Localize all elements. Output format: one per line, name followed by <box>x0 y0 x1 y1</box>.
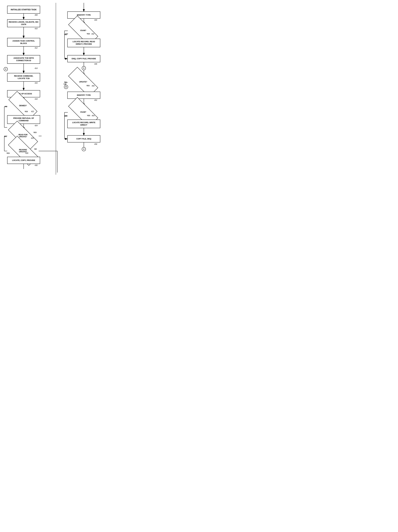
label-422: 422 <box>31 111 34 113</box>
receive-logon-box: RECEIVE LOGON, VALIDATE, INC CNTR <box>7 19 40 27</box>
flowchart-diagram: INITIALIZE STARTED TASK 408 RECEIVE LOGO… <box>3 3 109 269</box>
no-label-read-no-update: NO <box>34 148 37 150</box>
no-label-read-update: NO <box>4 136 7 137</box>
identify-type-box-2: IDENTIFY TYPE <box>67 92 100 99</box>
no-label-denied: NO <box>5 106 7 107</box>
provide-refusal-box: PROVIDE REFUSAL OFCOMMAND <box>7 115 40 124</box>
label-424: 424 <box>35 125 38 127</box>
copy-file-deq-box: COPY FILE, DEQ <box>67 135 100 142</box>
label-452: 452 <box>94 99 97 101</box>
receive-command-box: RECEIVE COMMAND,LOCATE TCB <box>7 73 40 82</box>
denied-diamond: DENIED? <box>9 100 37 112</box>
assign-task-control-block-box: ASSIGN TASK CONTROLBLOCK <box>7 38 40 46</box>
circle-a-right-2: A <box>82 147 86 151</box>
label-412: 412 <box>35 47 38 49</box>
yes-label-update: YES <box>86 85 90 87</box>
label-430: 430 <box>35 164 38 166</box>
yes-label-vsam1: YES <box>87 33 90 35</box>
enq-copy-file-box: ENQ, COPY FILE, PROVIDE <box>67 55 100 62</box>
label-414: 414 <box>35 67 38 69</box>
yes-label-denied: YES <box>25 111 28 112</box>
yes-label-vsam2: YES <box>87 115 90 116</box>
label-410: 410 <box>35 28 38 30</box>
vsam-diamond-1: VSAM? <box>69 24 98 37</box>
associate-tcb-box: ASSOCIATE TCB WITHCONNECTION ID <box>7 55 40 64</box>
initialize-started-task-box: INITIALIZE STARTED TASK <box>7 6 40 14</box>
circle-a-left: A <box>4 67 8 71</box>
circle-a-right-1: A <box>82 66 86 70</box>
locate-record-read-box: LOCATE RECORD, READDIRECT, PROVIDE <box>67 39 100 47</box>
no-label-update: NO <box>64 81 67 83</box>
identify-type-box-1: IDENTIFY TYPE <box>67 12 100 19</box>
label-444: 444 <box>65 33 68 35</box>
label-440: 440 <box>94 19 97 21</box>
circle-b: B <box>64 85 68 89</box>
label-442: 442 <box>91 33 94 35</box>
label-456: 456 <box>65 115 68 117</box>
label-408: 408 <box>35 14 38 16</box>
to-label-b: TO <box>64 83 66 85</box>
read-no-update-diamond: READ/NOUPDATE? <box>8 144 38 157</box>
label-418: 418 <box>35 98 38 100</box>
label-450: 450 <box>92 85 95 87</box>
label-458: 458 <box>94 143 97 145</box>
label-426: 426 <box>31 137 34 139</box>
locate-record-write-box: LOCATE RECORD, WRITEDIRECT <box>67 120 100 128</box>
label-446: 446 <box>94 63 97 65</box>
label-416: 416 <box>35 82 38 84</box>
label-454: 454 <box>92 115 95 117</box>
yes-label-read-no-update: YES <box>6 152 10 154</box>
locate-copy-provide-box: LOCATE, COPY, PROVIDE <box>7 157 40 164</box>
